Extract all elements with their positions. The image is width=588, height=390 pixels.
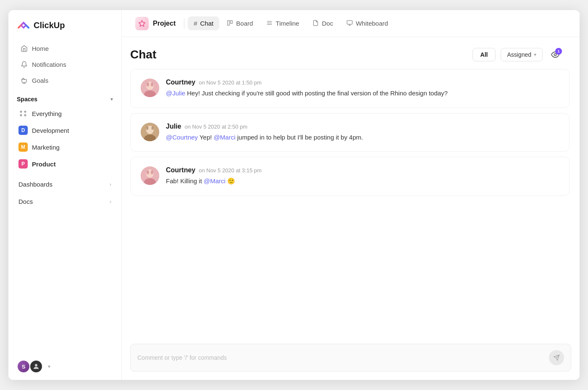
sidebar-item-home[interactable]: Home [12, 40, 118, 56]
app-logo[interactable]: ClickUp [8, 10, 121, 39]
main-layout: ClickUp Home Notifications [8, 10, 580, 380]
docs-chevron-icon: › [110, 198, 111, 205]
sidebar-item-notifications[interactable]: Notifications [12, 56, 118, 72]
sidebar-footer: S ▾ [8, 353, 121, 380]
dashboards-label: Dashboards [18, 181, 52, 188]
svg-point-23 [147, 126, 149, 130]
footer-chevron-icon[interactable]: ▾ [48, 364, 50, 369]
user-avatar-s: S [17, 360, 30, 373]
sidebar-bottom: Dashboards › Docs › [8, 176, 121, 210]
app-name: ClickUp [34, 21, 65, 30]
whiteboard-tab-icon [346, 20, 353, 27]
message-text: Fab! Killing it @Marci 🙂 [166, 177, 559, 186]
comment-placeholder: Comment or type '/' for commands [137, 354, 227, 361]
spaces-chevron-icon[interactable]: ▾ [110, 96, 113, 102]
message-time: on Nov 5 2020 at 1:50 pm [199, 79, 262, 86]
svg-point-19 [151, 82, 153, 87]
doc-tab-label: Doc [322, 20, 333, 27]
message-meta: Julie on Nov 5 2020 at 2:50 pm [166, 123, 559, 130]
courtney-avatar-image-2 [141, 166, 159, 185]
message-author: Courtney [166, 166, 195, 174]
nav-divider [184, 18, 184, 29]
filter-assigned-label: Assigned [507, 51, 531, 58]
chat-tab-icon: # [194, 20, 197, 27]
chat-header: Chat All Assigned ▾ 1 [130, 37, 571, 69]
top-nav: Project # Chat Board [122, 10, 580, 37]
comment-input-box[interactable]: Comment or type '/' for commands [130, 344, 571, 372]
sidebar-item-dashboards[interactable]: Dashboards › [10, 176, 120, 193]
marketing-label: Marketing [32, 144, 60, 151]
message-item: Courtney on Nov 5 2020 at 3:15 pm Fab! K… [130, 157, 570, 196]
julie-avatar [141, 123, 159, 141]
sidebar-item-goals[interactable]: Goals [12, 72, 118, 88]
sidebar-item-marketing[interactable]: M Marketing [10, 139, 120, 155]
development-badge: D [18, 126, 28, 135]
timeline-tab-icon [266, 20, 273, 27]
message-author: Courtney [166, 79, 195, 86]
tab-chat[interactable]: # Chat [188, 16, 219, 30]
sidebar-item-docs[interactable]: Docs › [10, 193, 120, 210]
sidebar: ClickUp Home Notifications [8, 10, 122, 380]
watch-count-badge: 1 [555, 48, 562, 55]
app-window: ClickUp Home Notifications [8, 10, 580, 380]
chat-tab-label: Chat [200, 20, 214, 27]
chat-title: Chat [130, 48, 156, 61]
svg-point-6 [35, 364, 37, 366]
messages-list: Courtney on Nov 5 2020 at 1:50 pm @Julie… [130, 69, 571, 337]
tab-board[interactable]: Board [221, 16, 259, 31]
development-label: Development [32, 127, 69, 134]
sidebar-home-label: Home [32, 45, 49, 52]
message-item: Courtney on Nov 5 2020 at 1:50 pm @Julie… [130, 69, 570, 108]
trophy-icon [20, 76, 28, 84]
sidebar-item-product[interactable]: P Product [10, 155, 120, 172]
mention-marci: @Marci [214, 134, 236, 141]
message-content: Courtney on Nov 5 2020 at 1:50 pm @Julie… [166, 79, 559, 98]
tab-timeline[interactable]: Timeline [260, 16, 305, 31]
comment-send-button[interactable] [549, 350, 564, 365]
everything-label: Everything [32, 110, 62, 117]
product-label: Product [32, 161, 56, 168]
bell-icon [20, 61, 28, 68]
filter-all-button[interactable]: All [472, 48, 496, 61]
tab-doc[interactable]: Doc [307, 16, 339, 31]
svg-rect-8 [228, 20, 229, 25]
julie-avatar-image [141, 123, 159, 141]
doc-tab-icon [312, 20, 319, 27]
board-tab-icon [227, 20, 233, 27]
svg-point-18 [147, 82, 149, 87]
message-item: Julie on Nov 5 2020 at 2:50 pm @Courtney… [130, 113, 570, 152]
sidebar-item-everything[interactable]: Everything [10, 105, 120, 122]
sidebar-goals-label: Goals [32, 77, 48, 84]
board-tab-label: Board [236, 20, 253, 27]
main-content: Project # Chat Board [122, 10, 580, 380]
sidebar-item-development[interactable]: D Development [10, 122, 120, 139]
svg-rect-13 [347, 20, 352, 24]
comment-input-area: Comment or type '/' for commands [130, 337, 571, 380]
marketing-badge: M [18, 142, 28, 152]
svg-point-4 [20, 115, 21, 116]
filter-assigned-button[interactable]: Assigned ▾ [501, 48, 543, 61]
message-author: Julie [166, 123, 181, 130]
chat-area: Chat All Assigned ▾ 1 [122, 37, 580, 380]
project-label: Project [153, 20, 176, 27]
message-text: @Julie Hey! Just checking if you're stil… [166, 89, 559, 98]
whiteboard-tab-label: Whiteboard [356, 20, 388, 27]
message-text: @Courtney Yep! @Marci jumped in to help … [166, 133, 559, 142]
svg-point-28 [147, 170, 149, 174]
timeline-tab-label: Timeline [276, 20, 299, 27]
mention-marci-2: @Marci [204, 177, 226, 184]
project-nav-item[interactable]: Project [130, 13, 181, 34]
svg-point-29 [151, 170, 153, 174]
home-icon [20, 45, 28, 52]
dashboards-chevron-icon: › [110, 181, 111, 187]
message-content: Julie on Nov 5 2020 at 2:50 pm @Courtney… [166, 123, 559, 142]
msg3-emoji: 🙂 [226, 177, 235, 184]
everything-icon [18, 109, 28, 118]
watch-button[interactable]: 1 [548, 47, 563, 62]
msg3-text1: Fab! Killing it [166, 177, 204, 184]
courtney-avatar [141, 79, 159, 97]
message-time: on Nov 5 2020 at 2:50 pm [184, 124, 247, 130]
user-avatar-2 [29, 360, 43, 373]
filter-chevron-icon: ▾ [534, 52, 536, 58]
tab-whiteboard[interactable]: Whiteboard [341, 16, 394, 31]
